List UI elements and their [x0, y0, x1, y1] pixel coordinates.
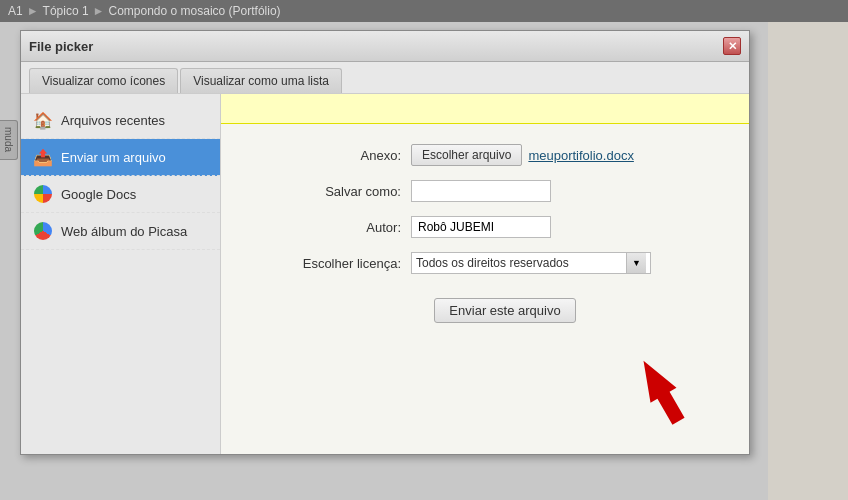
form-area: Anexo: Escolher arquivo meuportifolio.do… — [221, 124, 749, 343]
sidebar-item-recent-label: Arquivos recentes — [61, 113, 165, 128]
licenca-select[interactable]: Todos os direitos reservados ▼ — [411, 252, 651, 274]
tab-icons-view[interactable]: Visualizar como ícones — [29, 68, 178, 93]
autor-label: Autor: — [281, 220, 401, 235]
submit-area: Enviar este arquivo — [281, 288, 729, 323]
anexo-label: Anexo: — [281, 148, 401, 163]
dialog-close-button[interactable]: ✕ — [723, 37, 741, 55]
salvar-input[interactable] — [411, 180, 551, 202]
select-arrow-icon[interactable]: ▼ — [626, 253, 646, 273]
right-panel — [768, 22, 848, 500]
licenca-value: Todos os direitos reservados — [416, 256, 626, 270]
form-row-autor: Autor: — [281, 216, 729, 238]
red-arrow-icon — [621, 346, 701, 436]
choose-file-button[interactable]: Escolher arquivo — [411, 144, 522, 166]
svg-marker-0 — [631, 353, 692, 429]
sidebar-item-gdocs[interactable]: Google Docs — [21, 176, 220, 213]
file-name-link[interactable]: meuportifolio.docx — [528, 148, 634, 163]
tab-bar: Visualizar como ícones Visualizar como u… — [21, 62, 749, 94]
breadcrumb-part3: Compondo o mosaico (Portfólio) — [109, 4, 281, 18]
notice-bar — [221, 94, 749, 124]
breadcrumb-sep1: ► — [27, 4, 39, 18]
breadcrumb-part2: Tópico 1 — [43, 4, 89, 18]
breadcrumb-sep2: ► — [93, 4, 105, 18]
sidebar-item-upload[interactable]: 📤 Enviar um arquivo — [21, 139, 220, 176]
form-row-licenca: Escolher licença: Todos os direitos rese… — [281, 252, 729, 274]
sidebar-item-upload-label: Enviar um arquivo — [61, 150, 166, 165]
file-picker-dialog: File picker ✕ Visualizar como ícones Vis… — [20, 30, 750, 455]
autor-input[interactable] — [411, 216, 551, 238]
sidebar-item-picasa[interactable]: Web álbum do Picasa — [21, 213, 220, 250]
sidebar-item-picasa-label: Web álbum do Picasa — [61, 224, 187, 239]
dialog-title: File picker — [29, 39, 93, 54]
licenca-label: Escolher licença: — [281, 256, 401, 271]
sidebar: 🏠 Arquivos recentes 📤 Enviar um arquivo … — [21, 94, 221, 454]
salvar-label: Salvar como: — [281, 184, 401, 199]
autor-controls — [411, 216, 551, 238]
licenca-controls: Todos os direitos reservados ▼ — [411, 252, 651, 274]
main-content: Anexo: Escolher arquivo meuportifolio.do… — [221, 94, 749, 454]
salvar-controls — [411, 180, 551, 202]
submit-button[interactable]: Enviar este arquivo — [434, 298, 575, 323]
google-docs-icon — [33, 184, 53, 204]
tab-list-view[interactable]: Visualizar como uma lista — [180, 68, 342, 93]
form-row-salvar: Salvar como: — [281, 180, 729, 202]
close-icon: ✕ — [728, 40, 737, 53]
form-row-anexo: Anexo: Escolher arquivo meuportifolio.do… — [281, 144, 729, 166]
dialog-body: 🏠 Arquivos recentes 📤 Enviar um arquivo … — [21, 94, 749, 454]
left-edge-label: muda — [3, 127, 14, 152]
breadcrumb-part1: A1 — [8, 4, 23, 18]
left-edge-button[interactable]: muda — [0, 120, 18, 160]
sidebar-item-gdocs-label: Google Docs — [61, 187, 136, 202]
anexo-controls: Escolher arquivo meuportifolio.docx — [411, 144, 634, 166]
dialog-titlebar: File picker ✕ — [21, 31, 749, 62]
sidebar-item-recent[interactable]: 🏠 Arquivos recentes — [21, 102, 220, 139]
picasa-icon — [33, 221, 53, 241]
upload-icon: 📤 — [33, 147, 53, 167]
red-arrow-container — [621, 346, 701, 439]
breadcrumb-bar: A1 ► Tópico 1 ► Compondo o mosaico (Port… — [0, 0, 848, 22]
recent-files-icon: 🏠 — [33, 110, 53, 130]
